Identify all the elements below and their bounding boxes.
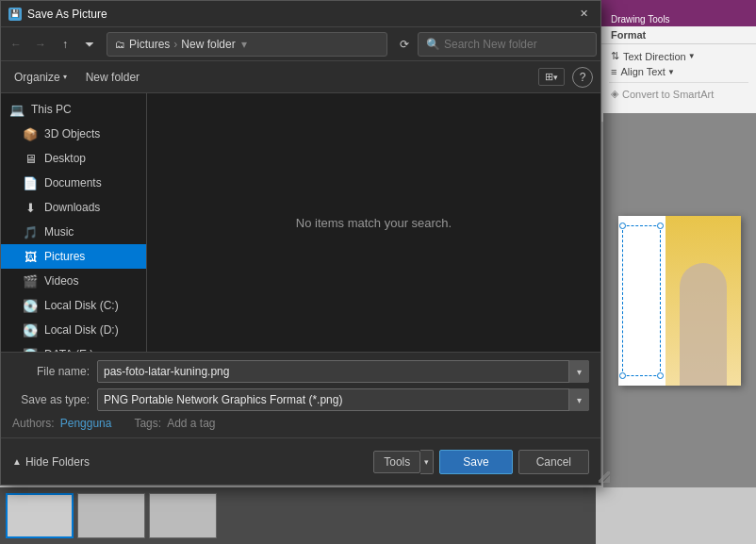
- sidebar-label-3d-objects: 3D Objects: [44, 127, 100, 140]
- slide-canvas: [618, 216, 741, 386]
- tools-dropdown-button[interactable]: ▾: [420, 450, 434, 474]
- tools-button-wrapper: Tools ▾: [373, 450, 434, 474]
- footer-right: Tools ▾ Save Cancel: [373, 450, 589, 474]
- main-content-area: 💻 This PC 📦 3D Objects 🖥 Desktop 📄 Docum…: [1, 93, 600, 352]
- savetype-wrapper: ▾: [97, 388, 589, 411]
- slide-edit-area: [603, 113, 756, 487]
- sidebar-label-this-pc: This PC: [31, 103, 72, 116]
- dialog-title: Save As Picture: [27, 8, 574, 21]
- align-chevron-icon: ▼: [667, 68, 675, 76]
- filename-label: File name:: [12, 365, 97, 378]
- filename-dropdown-arrow[interactable]: ▾: [568, 360, 589, 383]
- sidebar-item-3d-objects[interactable]: 📦 3D Objects: [1, 122, 146, 146]
- help-button[interactable]: ?: [572, 67, 593, 88]
- tags-field: Tags: Add a tag: [134, 417, 215, 430]
- hide-folders-chevron-icon: ▲: [12, 456, 22, 467]
- refresh-button[interactable]: ⟳: [393, 33, 416, 56]
- sidebar-label-videos: Videos: [44, 274, 78, 288]
- breadcrumb-pictures: Pictures: [129, 38, 170, 51]
- smartart-icon: ◈: [611, 88, 618, 100]
- dialog-icon: 💾: [8, 8, 22, 21]
- handle-tr[interactable]: [657, 223, 664, 229]
- save-as-dialog: 💾 Save As Picture ✕ ← → ↑ ⏷ 🗂 Pictures ›…: [0, 0, 601, 486]
- format-tab[interactable]: Format: [607, 27, 649, 42]
- sidebar-label-music: Music: [44, 225, 74, 239]
- sidebar-item-data-e[interactable]: 💽 DATA (E:): [1, 342, 146, 352]
- sidebar-item-downloads[interactable]: ⬇ Downloads: [1, 195, 146, 220]
- meta-row: Authors: Pengguna Tags: Add a tag: [12, 417, 589, 430]
- form-area: File name: ▾ Save as type: ▾ Authors: Pe…: [1, 352, 600, 437]
- handle-tl[interactable]: [619, 223, 626, 229]
- close-button[interactable]: ✕: [574, 5, 593, 24]
- pictures-icon: 🖼: [22, 248, 39, 265]
- text-direction-icon: ⇅: [611, 50, 619, 62]
- slide-person-area: [666, 216, 741, 386]
- file-content-area[interactable]: No items match your search.: [147, 93, 600, 352]
- sidebar-label-documents: Documents: [44, 176, 102, 190]
- search-bar[interactable]: 🔍 Search New folder: [418, 32, 597, 57]
- dialog-title-bar: 💾 Save As Picture ✕: [1, 1, 600, 27]
- view-icon: ⊞: [545, 71, 553, 83]
- breadcrumb-new-folder: New folder: [181, 38, 235, 51]
- empty-message: No items match your search.: [296, 216, 452, 230]
- back-button[interactable]: ←: [5, 33, 27, 56]
- filename-wrapper: ▾: [97, 360, 589, 383]
- handle-bl[interactable]: [619, 372, 626, 379]
- tags-placeholder[interactable]: Add a tag: [167, 417, 215, 430]
- new-folder-button[interactable]: New folder: [80, 68, 145, 87]
- authors-label: Authors:: [12, 417, 55, 430]
- videos-icon: 🎬: [22, 272, 39, 289]
- organize-button[interactable]: Organize ▾: [8, 68, 73, 87]
- hide-folders-button[interactable]: ▲ Hide Folders: [12, 455, 90, 469]
- person-silhouette: [680, 263, 727, 386]
- slide-thumb-1[interactable]: [6, 493, 74, 538]
- slide-thumb-3[interactable]: [149, 493, 217, 538]
- documents-icon: 📄: [22, 174, 39, 191]
- sidebar-label-pictures: Pictures: [44, 250, 85, 263]
- convert-smartart-button[interactable]: ◈ Convert to SmartArt: [609, 86, 748, 102]
- ribbon-area: Drawing Tools Format ⇅ Text Direction ▼ …: [600, 0, 756, 123]
- authors-value[interactable]: Pengguna: [60, 417, 112, 430]
- desktop-icon: 🖥: [22, 150, 39, 167]
- sidebar-label-local-c: Local Disk (C:): [44, 299, 119, 312]
- up-button[interactable]: ↑: [54, 33, 76, 56]
- handle-br[interactable]: [657, 372, 664, 379]
- music-icon: 🎵: [22, 223, 39, 240]
- save-button[interactable]: Save: [439, 450, 512, 474]
- navigation-bar: ← → ↑ ⏷ 🗂 Pictures › New folder ▾ ⟳ 🔍 Se…: [1, 27, 600, 61]
- tools-button[interactable]: Tools: [373, 451, 420, 473]
- sidebar-item-this-pc[interactable]: 💻 This PC: [1, 97, 146, 122]
- recent-locations-button[interactable]: ⏷: [78, 33, 101, 56]
- resize-grip[interactable]: [599, 471, 610, 483]
- forward-button[interactable]: →: [29, 33, 52, 56]
- filename-input[interactable]: [97, 360, 589, 383]
- sidebar-item-desktop[interactable]: 🖥 Desktop: [1, 146, 146, 171]
- sidebar-item-videos[interactable]: 🎬 Videos: [1, 269, 146, 293]
- breadcrumb-expand-icon: ▾: [241, 38, 247, 51]
- drawing-tools-label: Drawing Tools: [605, 12, 676, 26]
- breadcrumb[interactable]: 🗂 Pictures › New folder ▾: [107, 32, 387, 57]
- breadcrumb-home-icon: 🗂: [115, 39, 125, 50]
- search-icon: 🔍: [426, 38, 440, 51]
- savetype-input[interactable]: [97, 388, 589, 411]
- chevron-icon: ▼: [688, 52, 696, 60]
- cancel-button[interactable]: Cancel: [518, 450, 589, 474]
- 3d-objects-icon: 📦: [22, 125, 39, 142]
- align-text-button[interactable]: ≡ Align Text ▼: [609, 64, 748, 79]
- selection-frame: [622, 225, 661, 376]
- organize-label: Organize: [14, 71, 60, 84]
- slide-thumb-2[interactable]: [77, 493, 145, 538]
- sidebar-item-pictures[interactable]: 🖼 Pictures: [1, 244, 146, 269]
- view-chevron-icon: ▾: [553, 73, 558, 82]
- text-direction-button[interactable]: ⇅ Text Direction ▼: [609, 48, 748, 64]
- sidebar-item-music[interactable]: 🎵 Music: [1, 220, 146, 244]
- sidebar-item-local-c[interactable]: 💽 Local Disk (C:): [1, 293, 146, 318]
- sidebar-item-local-d[interactable]: 💽 Local Disk (D:): [1, 318, 146, 342]
- local-d-icon: 💽: [22, 321, 39, 338]
- dialog-toolbar: Organize ▾ New folder ⊞ ▾ ?: [1, 61, 600, 93]
- sidebar-item-documents[interactable]: 📄 Documents: [1, 171, 146, 195]
- slide-thumbnails: [0, 487, 596, 544]
- sidebar-label-local-d: Local Disk (D:): [44, 323, 119, 337]
- view-button[interactable]: ⊞ ▾: [538, 68, 565, 86]
- savetype-dropdown-arrow[interactable]: ▾: [568, 388, 589, 411]
